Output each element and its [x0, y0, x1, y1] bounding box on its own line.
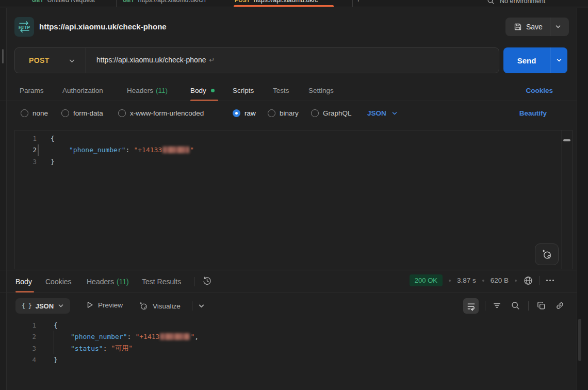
radio-binary[interactable]: binary [268, 109, 299, 117]
response-body-viewer[interactable]: 1 { 2 "phone_number":"+1413", 3 "status"… [14, 316, 577, 390]
response-tab-bar: Body Cookies Headers (11) Test Results 2… [0, 270, 577, 293]
play-icon [86, 301, 94, 309]
workspace-tab-bar: GET Untitled Request GET https://api.xia… [0, 0, 588, 7]
response-format-dropdown[interactable]: { } JSON [15, 298, 70, 314]
line-number: 2 [14, 333, 36, 340]
response-tab-body[interactable]: Body [15, 278, 32, 286]
tab-body[interactable]: Body [190, 87, 215, 94]
method-badge-get: GET [123, 0, 135, 3]
code-line: 3 "status":"可用" [14, 343, 577, 354]
response-tab-headers[interactable]: Headers (11) [87, 278, 129, 286]
divider [540, 276, 540, 285]
response-tab-test-results[interactable]: Test Results [142, 278, 181, 286]
active-line-indicator [38, 144, 39, 156]
editor-scroll-gutter [561, 131, 562, 269]
save-button-label: Save [526, 23, 543, 31]
tab-scripts[interactable]: Scripts [233, 87, 254, 94]
line-number: 1 [15, 135, 37, 142]
radio-graphql[interactable]: GraphQL [311, 109, 352, 117]
request-body-editor[interactable]: 1 { 2 "phone_number":"+14133" 3 } [14, 130, 573, 269]
method-selected-value: POST [29, 56, 50, 64]
send-button[interactable]: Send [503, 47, 567, 73]
url-input[interactable]: https://api.xiaomu.uk/check-phone↵ [96, 56, 215, 64]
search-icon[interactable] [511, 301, 520, 311]
cookies-link[interactable]: Cookies [526, 87, 553, 94]
braces-icon: { } [22, 302, 31, 310]
copy-icon[interactable] [536, 301, 546, 311]
code-line: 4 } [14, 354, 577, 366]
new-tab-button[interactable]: + [356, 0, 360, 4]
chevron-down-icon [58, 303, 64, 309]
active-tab-underline [15, 291, 34, 293]
radio-circle [61, 109, 69, 117]
save-options-caret[interactable] [550, 18, 566, 36]
tab-authorization[interactable]: Authorization [62, 87, 103, 94]
postman-app-window: GET Untitled Request GET https://api.xia… [0, 0, 588, 390]
request-tab-untitled[interactable]: GET Untitled Request [32, 0, 95, 4]
line-number: 1 [14, 321, 36, 329]
response-scrollbar-thumb[interactable] [578, 319, 581, 361]
tab-tests[interactable]: Tests [273, 87, 289, 94]
send-button-label[interactable]: Send [503, 47, 550, 73]
line-number: 3 [15, 158, 37, 166]
response-history-icon[interactable] [202, 276, 212, 286]
request-tab-active[interactable]: POST https://api.xiaomu.uk/c [235, 0, 318, 4]
code-line: 2 "phone_number":"+1413", [14, 331, 577, 343]
url-divider [86, 48, 86, 73]
dot-separator [515, 280, 517, 282]
tab-title: https://api.xiaomu.uk/c [254, 0, 318, 4]
tab-params[interactable]: Params [20, 87, 44, 94]
code-line: 1 { [15, 133, 572, 144]
filter-icon[interactable] [492, 301, 502, 311]
raw-format-dropdown[interactable]: JSON [367, 109, 398, 117]
radio-circle-selected [233, 109, 240, 117]
save-button[interactable]: Save [505, 18, 569, 36]
visualize-button[interactable]: Visualize [138, 301, 181, 311]
save-icon [514, 23, 522, 31]
send-options-caret[interactable] [550, 47, 567, 73]
left-sidebar-rail [0, 8, 7, 390]
line-number: 4 [14, 356, 36, 364]
left-scrollbar-thumb[interactable] [2, 49, 4, 63]
radio-none[interactable]: none [21, 109, 48, 117]
radio-circle [21, 109, 28, 117]
indent-guide [54, 331, 54, 354]
method-badge-get: GET [32, 0, 44, 3]
response-tab-cookies[interactable]: Cookies [45, 278, 72, 286]
network-globe-icon[interactable] [523, 275, 533, 286]
code-line: 1 { [14, 319, 577, 331]
active-tab-underline [190, 100, 218, 101]
beautify-link[interactable]: Beautify [519, 109, 547, 117]
link-icon[interactable] [555, 301, 565, 311]
request-tab-2[interactable]: GET https://api.xiaomu.uk/ch [123, 0, 206, 4]
chevron-down-icon [69, 58, 75, 64]
tab-settings[interactable]: Settings [308, 87, 334, 94]
tab-title: Untitled Request [47, 0, 95, 4]
dot-separator [482, 280, 484, 282]
preview-button[interactable]: Preview [86, 301, 123, 309]
radio-form-data[interactable]: form-data [61, 109, 103, 117]
request-tab-bar: Params Authorization Headers (11) Body S… [0, 77, 577, 101]
chevron-down-icon [555, 24, 561, 30]
method-selector[interactable]: POST [15, 48, 86, 73]
status-badge[interactable]: 200 OK [410, 274, 443, 286]
radio-raw-selected[interactable]: raw [233, 109, 256, 117]
tab-divider [116, 0, 117, 7]
editor-scrollbar-thumb[interactable] [563, 139, 570, 141]
response-time[interactable]: 3.87 s [457, 277, 476, 284]
tab-headers[interactable]: Headers (11) [127, 87, 168, 94]
response-size[interactable]: 620 B [491, 277, 509, 284]
more-options-icon[interactable] [546, 280, 554, 281]
radio-urlencoded[interactable]: x-www-form-urlencoded [118, 109, 204, 117]
code-line: 3 } [15, 156, 572, 168]
postbot-ai-button[interactable] [535, 243, 559, 265]
redacted-phone-digits [160, 333, 190, 340]
radio-circle [311, 109, 319, 117]
environment-selector[interactable]: No environment [487, 0, 545, 5]
http-protocol-icon: HTTP [14, 17, 34, 37]
line-number: 3 [14, 345, 36, 352]
dot-separator [449, 280, 451, 282]
view-options-caret[interactable] [198, 303, 205, 310]
wrap-text-button[interactable] [463, 298, 479, 314]
code-line-active: 2 "phone_number":"+14133" [15, 144, 572, 156]
